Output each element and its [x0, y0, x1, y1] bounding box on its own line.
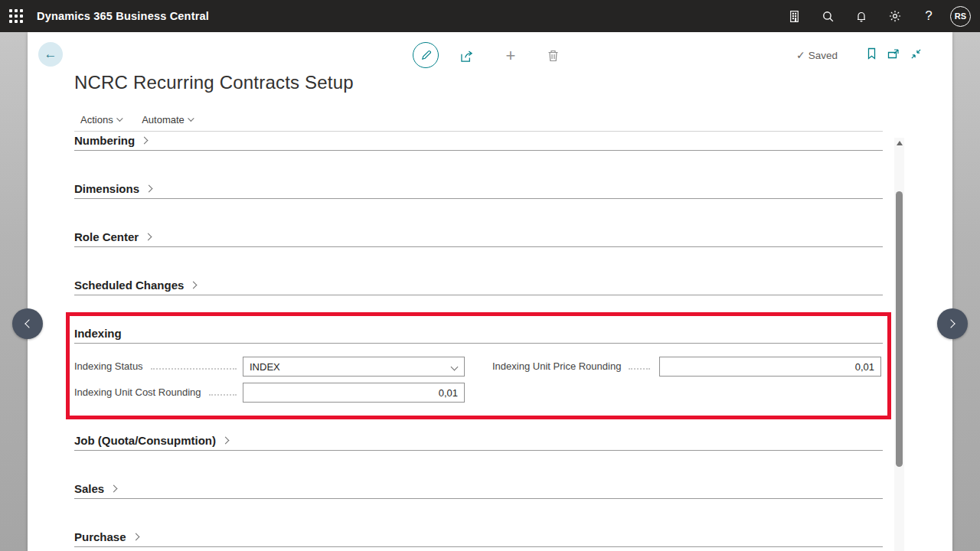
open-in-window-icon[interactable] [887, 48, 900, 60]
indexing-unit-price-input[interactable] [660, 357, 880, 376]
share-icon [460, 50, 475, 63]
app-launcher-waffle-icon[interactable] [0, 0, 32, 32]
section-purchase[interactable]: Purchase [74, 530, 883, 547]
field-label: Indexing Status [74, 360, 143, 372]
new-button[interactable]: + [501, 47, 520, 64]
section-indexing-header[interactable]: Indexing [74, 327, 883, 344]
chevron-down-icon [188, 116, 194, 122]
dotted-leader [151, 368, 237, 370]
topbar-right-icons: ? RS [777, 0, 980, 32]
help-icon[interactable]: ? [912, 0, 946, 32]
section-label: Role Center [74, 230, 139, 243]
section-job-quota-consumption[interactable]: Job (Quota/Consupmtion) [74, 434, 883, 451]
vertical-scrollbar[interactable] [894, 138, 904, 551]
edit-button[interactable] [413, 42, 439, 68]
section-label: Purchase [74, 530, 126, 543]
indexing-status-input[interactable] [243, 357, 464, 376]
section-scheduled-changes[interactable]: Scheduled Changes [74, 279, 883, 295]
section-numbering[interactable]: Numbering [74, 134, 883, 151]
indexing-unit-cost-input[interactable] [243, 383, 464, 402]
indexing-status-dropdown[interactable] [243, 357, 465, 377]
section-label: Numbering [74, 134, 135, 147]
company-icon[interactable] [777, 0, 811, 32]
chevron-right-icon [145, 233, 152, 241]
previous-record-button[interactable] [12, 308, 43, 339]
chevron-right-icon [946, 319, 955, 328]
edit-pencil-icon [420, 50, 432, 61]
scrollbar-up-arrow[interactable] [894, 138, 904, 148]
page-title: NCRC Recurring Contracts Setup [74, 72, 354, 93]
indexing-status-label-row: Indexing Status [74, 360, 241, 372]
indexing-unit-price-field[interactable] [659, 357, 881, 377]
waffle-grid-icon [9, 9, 24, 24]
section-label: Sales [74, 482, 104, 495]
top-navigation-bar: Dynamics 365 Business Central [0, 0, 980, 32]
share-button[interactable] [458, 47, 476, 64]
indexing-unit-cost-field[interactable] [243, 383, 465, 403]
notifications-bell-icon[interactable] [844, 0, 878, 32]
chevron-right-icon [145, 185, 153, 193]
section-dimensions[interactable]: Dimensions [74, 182, 883, 199]
bookmark-icon[interactable] [867, 47, 877, 60]
chevron-right-icon [110, 485, 118, 493]
next-record-button[interactable] [937, 308, 968, 339]
indexing-unit-price-label-row: Indexing Unit Price Rounding [492, 360, 655, 372]
menu-automate[interactable]: Automate [136, 112, 199, 128]
chevron-right-icon [222, 437, 230, 445]
page-menu-bar: Actions Automate [74, 112, 199, 128]
delete-trash-icon [547, 50, 559, 62]
menu-divider [74, 131, 883, 132]
save-status: ✓ Saved [796, 49, 838, 61]
section-label: Job (Quota/Consupmtion) [74, 434, 216, 447]
section-role-center[interactable]: Role Center [74, 230, 883, 247]
chevron-down-icon [117, 116, 123, 122]
chevron-right-icon [132, 533, 139, 541]
settings-gear-icon[interactable] [878, 0, 912, 32]
indexing-unit-cost-label-row: Indexing Unit Cost Rounding [74, 386, 241, 398]
dotted-leader [209, 394, 237, 396]
menu-actions-label: Actions [80, 114, 113, 126]
section-label: Indexing [74, 327, 122, 340]
collapse-icon[interactable] [910, 48, 922, 60]
page-background: ← + [0, 32, 980, 551]
field-label: Indexing Unit Cost Rounding [74, 386, 201, 398]
chevron-left-icon [24, 319, 33, 328]
add-plus-icon: + [506, 46, 516, 66]
chevron-right-icon [141, 137, 149, 145]
field-label: Indexing Unit Price Rounding [492, 360, 621, 372]
app-title[interactable]: Dynamics 365 Business Central [37, 10, 209, 22]
page-control-icons [867, 47, 922, 60]
section-sales[interactable]: Sales [74, 482, 883, 499]
search-icon[interactable] [811, 0, 844, 32]
menu-automate-label: Automate [142, 114, 185, 126]
section-label: Dimensions [74, 182, 139, 195]
check-icon: ✓ [796, 49, 805, 61]
user-avatar[interactable]: RS [950, 6, 971, 27]
chevron-right-icon [190, 282, 198, 289]
menu-actions[interactable]: Actions [74, 112, 128, 128]
scrollbar-thumb[interactable] [896, 191, 903, 467]
setup-page-card: ← + [28, 32, 952, 551]
delete-button[interactable] [544, 47, 562, 64]
save-status-label: Saved [808, 50, 838, 61]
dotted-leader [629, 368, 650, 370]
section-label: Scheduled Changes [74, 279, 184, 292]
